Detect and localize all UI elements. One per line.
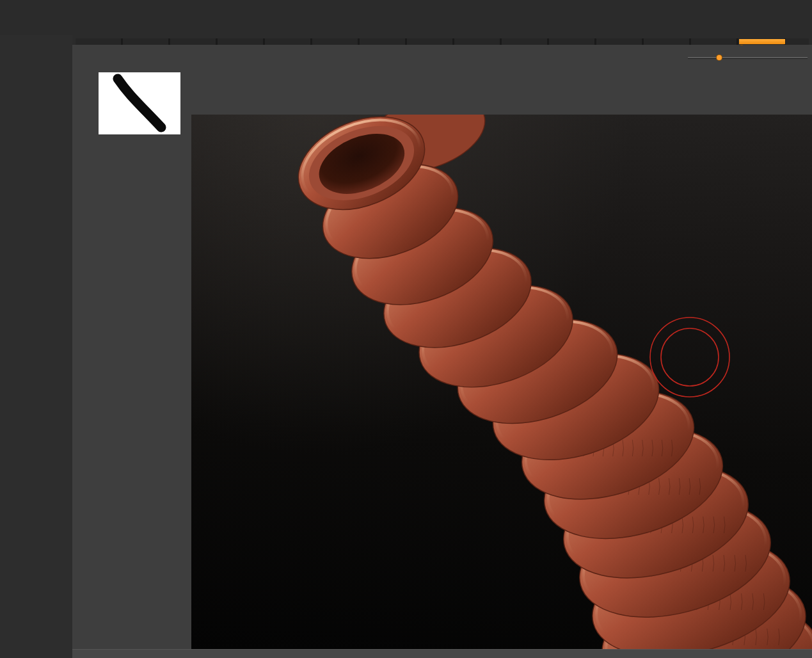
left-tray xyxy=(0,32,72,658)
stroke-preview-panel xyxy=(99,72,180,134)
brush-cursor xyxy=(650,317,729,397)
sculpt-viewport[interactable] xyxy=(191,115,812,649)
stroke-curve-icon xyxy=(99,72,180,134)
draw-size-slider[interactable] xyxy=(688,57,808,58)
sculpture[interactable] xyxy=(191,115,812,649)
tray-divider-active-handle[interactable] xyxy=(739,39,785,44)
draw-size-handle[interactable] xyxy=(717,55,722,60)
tray-divider-cells xyxy=(76,38,809,45)
canvas-bottom-strip xyxy=(72,649,812,658)
tray-divider-strip[interactable] xyxy=(72,35,812,45)
top-shelf xyxy=(0,0,812,35)
